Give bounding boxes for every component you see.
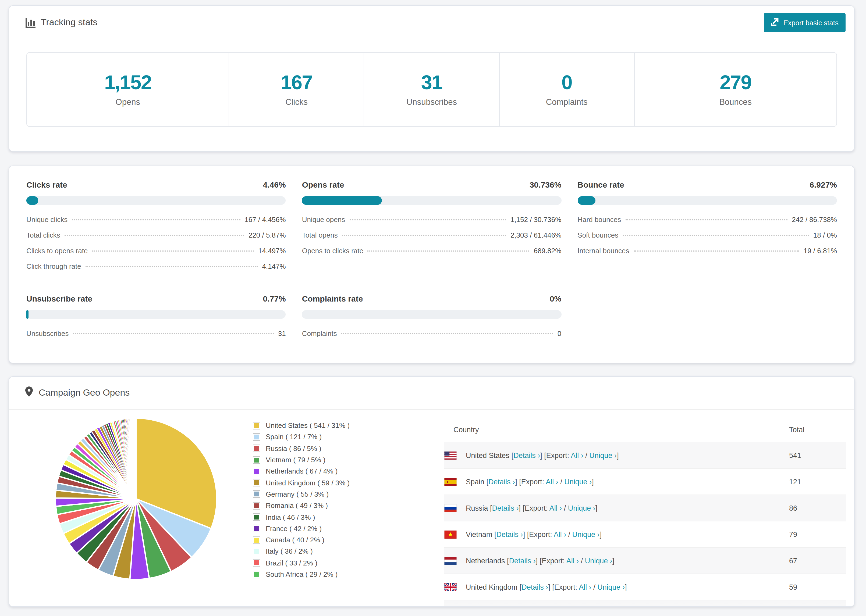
dotted-leader — [625, 219, 787, 220]
legend-label: Germany ( 55 / 3% ) — [266, 490, 329, 498]
rate-title: Bounce rate — [578, 180, 624, 189]
details-link[interactable]: Details › — [488, 478, 515, 486]
legend-item[interactable]: Romania ( 49 / 3% ) — [253, 500, 350, 511]
row-links: [Details ›] [Export: All › / Unique ›] — [505, 556, 614, 565]
stat-box-complaints: 0Complaints — [499, 53, 635, 126]
rate-progress-fill — [26, 196, 38, 205]
pie-legend: United States ( 541 / 31% )Spain ( 121 /… — [253, 420, 350, 580]
export-unique-link[interactable]: Unique › — [597, 583, 625, 591]
stat-value: 167 — [281, 72, 312, 92]
details-link[interactable]: Details › — [496, 530, 523, 538]
legend-item[interactable]: Italy ( 36 / 2% ) — [253, 546, 350, 558]
page-title: Tracking stats — [41, 17, 98, 28]
rate-detail-rows: Unique clicks167 / 4.456%Total clicks220… — [26, 215, 286, 278]
dotted-leader — [342, 235, 506, 236]
legend-swatch — [253, 490, 260, 498]
total-column-header: Total — [789, 426, 846, 434]
legend-item[interactable]: South Africa ( 29 / 2% ) — [253, 569, 350, 580]
detail-value: 242 / 86.738% — [792, 215, 837, 224]
legend-swatch — [253, 513, 260, 521]
export-basic-stats-button[interactable]: Export basic stats — [764, 13, 846, 32]
legend-swatch — [253, 433, 260, 441]
detail-value: 19 / 6.81% — [804, 247, 837, 255]
rate-progress-bar — [26, 196, 286, 205]
rate-detail-row: Complaints0 — [302, 330, 562, 345]
rate-detail-rows: Hard bounces242 / 86.738%Soft bounces18 … — [578, 215, 837, 262]
legend-label: Spain ( 121 / 7% ) — [266, 433, 322, 441]
rate-header: Unsubscribe rate0.77% — [26, 294, 286, 303]
legend-item[interactable]: India ( 46 / 3% ) — [253, 511, 350, 523]
bar-chart-icon — [25, 17, 36, 28]
export-all-link[interactable]: All › — [550, 504, 562, 512]
stat-box-unsubscribes: 31Unsubscribes — [364, 53, 499, 126]
detail-label: Unique clicks — [26, 215, 68, 224]
country-name: Netherlands — [466, 556, 505, 565]
rate-detail-rows: Unsubscribes31 — [26, 330, 286, 345]
legend-item[interactable]: United States ( 541 / 31% ) — [253, 420, 350, 431]
detail-label: Opens to clicks rate — [302, 247, 363, 255]
detail-value: 2,303 / 61.446% — [510, 231, 561, 239]
row-links: [Details ›] [Export: All › / Unique ›] — [493, 530, 602, 538]
export-unique-link[interactable]: Unique › — [589, 451, 617, 459]
legend-swatch — [253, 536, 260, 544]
export-unique-link[interactable]: Unique › — [564, 478, 592, 486]
summary-stats-row: 1,152Opens167Clicks31Unsubscribes0Compla… — [26, 52, 837, 127]
rate-title: Complaints rate — [302, 294, 363, 303]
details-link[interactable]: Details › — [513, 451, 540, 459]
legend-item[interactable]: Spain ( 121 / 7% ) — [253, 431, 350, 443]
export-all-link[interactable]: All › — [554, 530, 567, 538]
export-unique-link[interactable]: Unique › — [585, 556, 612, 565]
dotted-leader — [341, 333, 553, 334]
legend-label: Russia ( 86 / 5% ) — [266, 444, 321, 452]
country-cell: Netherlands [Details ›] [Export: All › /… — [444, 556, 789, 565]
dotted-leader — [65, 235, 244, 236]
rate-block-unsubscribe-rate: Unsubscribe rate0.77%Unsubscribes31 — [26, 294, 286, 345]
rate-detail-row: Opens to clicks rate689.82% — [302, 247, 562, 262]
stat-label: Opens — [116, 97, 140, 107]
legend-item[interactable]: Germany ( 55 / 3% ) — [253, 489, 350, 500]
export-all-link[interactable]: All › — [571, 451, 583, 459]
legend-item[interactable]: Brazil ( 33 / 2% ) — [253, 557, 350, 569]
legend-item[interactable]: France ( 42 / 2% ) — [253, 523, 350, 534]
detail-label: Internal bounces — [578, 247, 629, 255]
export-all-link[interactable]: All › — [567, 556, 579, 565]
export-unique-link[interactable]: Unique › — [572, 530, 600, 538]
export-all-link[interactable]: All › — [546, 478, 558, 486]
legend-swatch — [253, 468, 260, 475]
pie-slice[interactable] — [136, 418, 136, 499]
legend-item[interactable]: United Kingdom ( 59 / 3% ) — [253, 477, 350, 489]
detail-value: 14.497% — [258, 247, 286, 255]
legend-item[interactable]: Russia ( 86 / 5% ) — [253, 443, 350, 454]
rate-detail-rows: Unique opens1,152 / 30.736%Total opens2,… — [302, 215, 562, 262]
dashboard-screen: Tracking stats Export basic stats 1,152O… — [0, 0, 866, 616]
stat-label: Bounces — [719, 97, 752, 107]
rate-detail-row: Total clicks220 / 5.87% — [26, 231, 286, 247]
details-link[interactable]: Details › — [492, 504, 519, 512]
stat-box-clicks: 167Clicks — [230, 53, 364, 126]
legend-swatch — [253, 525, 260, 533]
rate-progress-bar — [578, 196, 837, 205]
stat-label: Clicks — [285, 97, 308, 107]
export-unique-link[interactable]: Unique › — [568, 504, 595, 512]
ru-flag-icon — [444, 504, 457, 512]
rate-progress-fill — [578, 196, 595, 205]
detail-value: 31 — [278, 330, 286, 338]
vn-flag-icon — [444, 530, 457, 538]
legend-label: Brazil ( 33 / 2% ) — [266, 559, 317, 567]
dotted-leader — [85, 266, 258, 267]
legend-item[interactable]: Canada ( 40 / 2% ) — [253, 534, 350, 546]
details-link[interactable]: Details › — [509, 556, 536, 565]
details-link[interactable]: Details › — [521, 583, 548, 591]
legend-item[interactable]: Vietnam ( 79 / 5% ) — [253, 454, 350, 466]
dotted-leader — [634, 250, 799, 251]
rate-value: 0% — [550, 294, 561, 303]
rate-progress-fill — [26, 310, 28, 319]
rates-card: Clicks rate4.46%Unique clicks167 / 4.456… — [9, 165, 855, 363]
legend-item[interactable]: Netherlands ( 67 / 4% ) — [253, 465, 350, 477]
rate-progress-bar — [302, 310, 562, 319]
rate-title: Opens rate — [302, 180, 344, 189]
legend-label: France ( 42 / 2% ) — [266, 525, 322, 533]
detail-value: 689.82% — [534, 247, 562, 255]
export-all-link[interactable]: All › — [579, 583, 591, 591]
es-flag-icon — [444, 478, 457, 486]
